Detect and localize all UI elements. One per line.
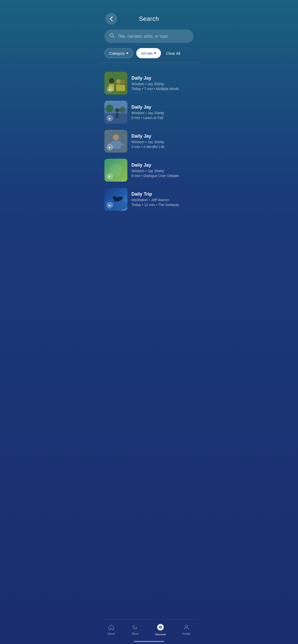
svg-point-33	[185, 625, 188, 627]
svg-point-22	[120, 143, 124, 146]
page-title: Search	[139, 15, 159, 22]
back-button[interactable]	[105, 13, 117, 25]
home-indicator	[134, 641, 164, 642]
thumbnail: ▶	[104, 188, 127, 211]
item-info: Daily Jay Wisdom • Jay Shetty 8 min • A …	[131, 134, 194, 149]
svg-point-32	[160, 627, 161, 628]
svg-rect-9	[120, 85, 125, 91]
search-icon	[110, 33, 115, 39]
svg-line-1	[113, 36, 114, 38]
nav-label-home: Home	[107, 632, 115, 635]
item-info: Daily Jay Wisdom • Jay Shetty 8 min • Le…	[131, 105, 194, 120]
list-item[interactable]: ▶ Daily Jay Wisdom • Jay Shetty 8 min • …	[99, 127, 199, 156]
svg-rect-7	[116, 84, 121, 91]
item-info: Daily Jay Wisdom • Jay Shetty Today • 7 …	[131, 76, 194, 91]
nav-item-sleep[interactable]: Sleep	[127, 623, 143, 636]
item-meta: Today • 12 min • The Getaway	[131, 203, 194, 207]
thumbnail: ▶	[104, 101, 127, 124]
clear-all-button[interactable]: Clear All	[165, 49, 181, 58]
svg-point-13	[106, 105, 113, 112]
divider	[99, 62, 199, 63]
svg-point-6	[116, 79, 121, 84]
list-item[interactable]: ▶ Daily Trip Meditation • Jeff Warren To…	[99, 185, 199, 214]
item-title: Daily Jay	[131, 76, 194, 81]
item-info: Daily Jay Wisdom • Jay Shetty 8 min • Di…	[131, 163, 194, 178]
nav-item-home[interactable]: Home	[103, 623, 119, 636]
nav-item-discover[interactable]: Discover	[151, 623, 170, 637]
discover-icon	[157, 624, 164, 632]
svg-point-19	[113, 134, 119, 140]
item-meta: 8 min • Dialogue Over Debate	[131, 174, 194, 178]
svg-rect-16	[116, 113, 119, 118]
list-item[interactable]: ▶ Daily Jay Wisdom • Jay Shetty 8 min • …	[99, 98, 199, 127]
sleep-icon	[132, 624, 138, 631]
svg-point-8	[120, 80, 125, 84]
item-title: Daily Jay	[131, 134, 194, 139]
nav-label-discover: Discover	[155, 633, 166, 636]
play-icon: ▶	[106, 202, 113, 209]
thumbnail: ▶	[104, 159, 127, 182]
svg-point-29	[113, 196, 116, 200]
svg-point-14	[119, 107, 125, 113]
duration-filter-button[interactable]: 10 min ▾	[136, 48, 161, 58]
item-meta: 8 min • Learn to Fall	[131, 116, 194, 120]
category-filter-button[interactable]: Category ▾	[104, 48, 133, 58]
list-item[interactable]: ▶ Daily Jay Wisdom • Jay Shetty Today • …	[99, 69, 199, 98]
category-chevron-icon: ▾	[126, 51, 128, 55]
thumbnail: ▶	[104, 72, 127, 95]
home-icon	[108, 624, 114, 631]
item-subtitle: Meditation • Jeff Warren	[131, 198, 194, 202]
category-filter-label: Category	[109, 51, 125, 55]
filter-bar: Category ▾ 10 min ▾ Clear All	[99, 48, 199, 62]
thumbnail: ▶	[104, 130, 127, 153]
item-meta: Today • 7 min • Multiple Minds	[131, 87, 194, 91]
play-icon: ▶	[106, 173, 113, 180]
item-title: Daily Trip	[131, 192, 194, 197]
nav-item-profile[interactable]: Profile	[178, 623, 194, 636]
item-meta: 8 min • A Mindful Life	[131, 145, 194, 149]
nav-label-profile: Profile	[182, 632, 190, 635]
profile-icon	[183, 624, 189, 631]
search-input[interactable]	[118, 34, 188, 39]
results-list: ▶ Daily Jay Wisdom • Jay Shetty Today • …	[99, 67, 199, 216]
search-bar	[104, 30, 194, 43]
item-subtitle: Wisdom • Jay Shetty	[131, 140, 194, 144]
header: Search	[99, 0, 199, 27]
svg-point-4	[109, 78, 114, 83]
item-subtitle: Wisdom • Jay Shetty	[131, 111, 194, 115]
svg-point-15	[115, 108, 119, 112]
play-icon: ▶	[106, 86, 113, 93]
play-icon: ▶	[106, 144, 113, 151]
item-title: Daily Jay	[131, 105, 194, 110]
duration-chevron-icon: ▾	[154, 51, 156, 55]
item-info: Daily Trip Meditation • Jeff Warren Toda…	[131, 192, 194, 207]
bottom-nav: Home Sleep Discover Profile	[99, 619, 199, 644]
nav-label-sleep: Sleep	[131, 632, 139, 635]
play-icon: ▶	[106, 115, 113, 122]
item-subtitle: Wisdom • Jay Shetty	[131, 169, 194, 173]
duration-filter-label: 10 min	[141, 51, 153, 55]
list-item[interactable]: ▶ Daily Jay Wisdom • Jay Shetty 8 min • …	[99, 156, 199, 185]
item-subtitle: Wisdom • Jay Shetty	[131, 82, 194, 86]
item-title: Daily Jay	[131, 163, 194, 168]
